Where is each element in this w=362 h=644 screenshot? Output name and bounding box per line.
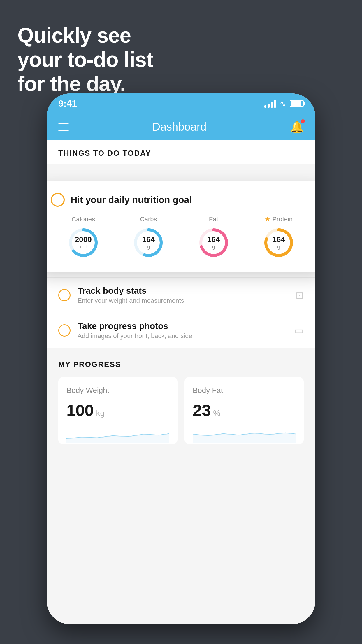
- nav-title: Dashboard: [152, 121, 207, 133]
- nutrition-check-circle[interactable]: [51, 193, 65, 207]
- calories-item: Calories 2000 cal: [67, 216, 99, 259]
- body-weight-unit: kg: [96, 409, 105, 418]
- photos-text: Take progress photos Add images of your …: [78, 321, 294, 340]
- content-wrapper: Hit your daily nutrition goal Calories: [47, 164, 315, 444]
- wifi-icon: ∿: [280, 99, 286, 108]
- svg-marker-8: [66, 434, 169, 443]
- notification-bell-button[interactable]: 🔔: [290, 120, 304, 133]
- signal-icon: [264, 99, 276, 108]
- status-time: 9:41: [58, 98, 77, 109]
- photos-subtitle: Add images of your front, back, and side: [78, 332, 294, 340]
- body-fat-label: Body Fat: [193, 386, 296, 395]
- photos-check-circle[interactable]: [58, 324, 71, 337]
- protein-donut: 164 g: [263, 227, 295, 259]
- star-icon: ★: [265, 216, 270, 223]
- progress-cards: Body Weight 100 kg Body Fat: [58, 377, 304, 444]
- body-weight-sparkline: [66, 426, 169, 443]
- things-to-do-section: THINGS TO DO TODAY: [47, 140, 315, 164]
- body-stats-subtitle: Enter your weight and measurements: [78, 297, 296, 304]
- progress-section: MY PROGRESS Body Weight 100 kg: [47, 348, 315, 444]
- body-weight-value: 100: [66, 401, 94, 420]
- fat-value: 164: [207, 235, 220, 244]
- calories-unit: cal: [75, 244, 92, 250]
- scale-icon: ⊡: [296, 289, 304, 301]
- phone-mockup: 9:41 ∿ Dashboard 🔔: [47, 93, 315, 624]
- fat-label: Fat: [209, 216, 218, 223]
- battery-icon: [290, 100, 304, 107]
- phone-content: THINGS TO DO TODAY Hit your daily nutrit…: [47, 140, 315, 624]
- hamburger-menu-button[interactable]: [58, 123, 69, 131]
- fat-donut: 164 g: [198, 227, 230, 259]
- calories-label: Calories: [71, 216, 95, 223]
- fat-unit: g: [207, 244, 220, 250]
- notification-dot: [301, 119, 305, 123]
- body-fat-value-row: 23 %: [193, 401, 296, 420]
- body-stats-text: Track body stats Enter your weight and m…: [78, 286, 296, 304]
- things-title: THINGS TO DO TODAY: [58, 149, 304, 158]
- protein-label: ★ Protein: [265, 216, 293, 223]
- protein-unit: g: [273, 244, 285, 250]
- nutrition-card-title: Hit your daily nutrition goal: [71, 195, 192, 205]
- status-bar: 9:41 ∿: [47, 93, 315, 114]
- fat-item: Fat 164 g: [198, 216, 230, 259]
- calories-donut: 2000 cal: [67, 227, 99, 259]
- body-weight-label: Body Weight: [66, 386, 169, 395]
- body-fat-value: 23: [193, 401, 211, 420]
- body-weight-card[interactable]: Body Weight 100 kg: [58, 377, 178, 444]
- body-fat-sparkline: [193, 426, 296, 443]
- calories-value: 2000: [75, 235, 92, 244]
- todo-item-body-stats[interactable]: Track body stats Enter your weight and m…: [47, 278, 315, 313]
- progress-title: MY PROGRESS: [58, 360, 304, 369]
- carbs-item: Carbs 164 g: [132, 216, 164, 259]
- card-header-row: Hit your daily nutrition goal: [51, 193, 311, 207]
- carbs-label: Carbs: [140, 216, 157, 223]
- body-weight-value-row: 100 kg: [66, 401, 169, 420]
- nutrition-circles: Calories 2000 cal: [51, 216, 311, 259]
- headline: Quickly see your to-do list for the day.: [17, 23, 153, 96]
- carbs-donut: 164 g: [132, 227, 164, 259]
- carbs-unit: g: [142, 244, 155, 250]
- status-icons: ∿: [264, 99, 304, 108]
- protein-value: 164: [273, 235, 285, 244]
- body-fat-unit: %: [213, 409, 220, 418]
- carbs-value: 164: [142, 235, 155, 244]
- nutrition-card: Hit your daily nutrition goal Calories: [47, 181, 315, 272]
- nav-bar: Dashboard 🔔: [47, 114, 315, 140]
- protein-item: ★ Protein 164 g: [263, 216, 295, 259]
- person-photo-icon: ▭: [294, 325, 304, 336]
- body-fat-card[interactable]: Body Fat 23 %: [184, 377, 304, 444]
- todo-item-photos[interactable]: Take progress photos Add images of your …: [47, 313, 315, 348]
- photos-title: Take progress photos: [78, 321, 294, 331]
- body-stats-check-circle[interactable]: [58, 289, 71, 301]
- body-stats-title: Track body stats: [78, 286, 296, 296]
